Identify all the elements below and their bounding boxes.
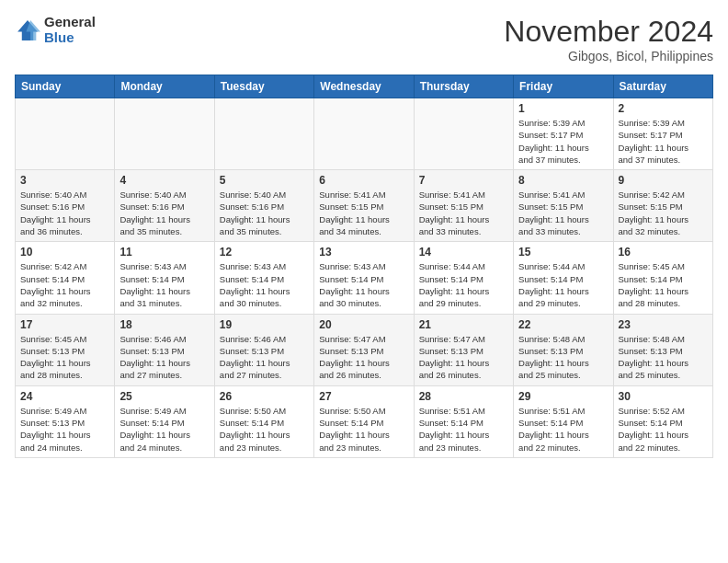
day-info: Sunrise: 5:47 AM Sunset: 5:13 PM Dayligh… (419, 333, 508, 382)
calendar-cell: 14Sunrise: 5:44 AM Sunset: 5:14 PM Dayli… (414, 242, 513, 314)
day-info: Sunrise: 5:39 AM Sunset: 5:17 PM Dayligh… (619, 117, 708, 166)
calendar-week-1: 1Sunrise: 5:39 AM Sunset: 5:17 PM Daylig… (16, 98, 713, 170)
title-block: November 2024 Gibgos, Bicol, Philippines (504, 15, 713, 63)
day-number: 13 (319, 246, 408, 259)
day-number: 18 (119, 318, 209, 331)
calendar-cell: 12Sunrise: 5:43 AM Sunset: 5:14 PM Dayli… (214, 242, 313, 314)
calendar-week-2: 3Sunrise: 5:40 AM Sunset: 5:16 PM Daylig… (16, 170, 713, 242)
location-label: Gibgos, Bicol, Philippines (504, 49, 713, 63)
weekday-header-tuesday: Tuesday (214, 75, 313, 98)
day-number: 9 (619, 174, 708, 187)
calendar-cell: 17Sunrise: 5:45 AM Sunset: 5:13 PM Dayli… (16, 314, 115, 385)
page-header: General Blue November 2024 Gibgos, Bicol… (15, 15, 713, 63)
calendar-cell: 13Sunrise: 5:43 AM Sunset: 5:14 PM Dayli… (314, 242, 414, 314)
day-number: 1 (518, 102, 608, 115)
day-info: Sunrise: 5:43 AM Sunset: 5:14 PM Dayligh… (119, 260, 209, 309)
calendar-cell: 18Sunrise: 5:46 AM Sunset: 5:13 PM Dayli… (115, 314, 214, 385)
calendar-cell: 7Sunrise: 5:41 AM Sunset: 5:15 PM Daylig… (414, 170, 513, 242)
day-info: Sunrise: 5:40 AM Sunset: 5:16 PM Dayligh… (119, 189, 209, 237)
day-number: 20 (319, 318, 408, 331)
calendar-cell: 1Sunrise: 5:39 AM Sunset: 5:17 PM Daylig… (514, 98, 613, 170)
day-info: Sunrise: 5:40 AM Sunset: 5:16 PM Dayligh… (220, 189, 309, 237)
day-info: Sunrise: 5:51 AM Sunset: 5:14 PM Dayligh… (419, 405, 508, 454)
calendar-cell: 25Sunrise: 5:49 AM Sunset: 5:14 PM Dayli… (115, 385, 214, 457)
calendar-cell: 6Sunrise: 5:41 AM Sunset: 5:15 PM Daylig… (314, 170, 414, 242)
logo-blue-label: Blue (44, 30, 96, 46)
day-number: 10 (20, 246, 109, 259)
day-info: Sunrise: 5:44 AM Sunset: 5:14 PM Dayligh… (419, 260, 508, 309)
day-info: Sunrise: 5:42 AM Sunset: 5:14 PM Dayligh… (20, 260, 109, 309)
calendar-week-4: 17Sunrise: 5:45 AM Sunset: 5:13 PM Dayli… (16, 314, 713, 385)
calendar-cell: 22Sunrise: 5:48 AM Sunset: 5:13 PM Dayli… (514, 314, 613, 385)
calendar-cell: 27Sunrise: 5:50 AM Sunset: 5:14 PM Dayli… (314, 385, 414, 457)
calendar-cell: 26Sunrise: 5:50 AM Sunset: 5:14 PM Dayli… (214, 385, 313, 457)
month-title: November 2024 (504, 15, 713, 49)
calendar-cell: 24Sunrise: 5:49 AM Sunset: 5:13 PM Dayli… (16, 385, 115, 457)
day-number: 5 (220, 174, 309, 187)
calendar-cell: 29Sunrise: 5:51 AM Sunset: 5:14 PM Dayli… (514, 385, 613, 457)
weekday-header-thursday: Thursday (414, 75, 513, 98)
day-info: Sunrise: 5:46 AM Sunset: 5:13 PM Dayligh… (220, 333, 309, 382)
calendar-cell: 4Sunrise: 5:40 AM Sunset: 5:16 PM Daylig… (115, 170, 214, 242)
day-info: Sunrise: 5:48 AM Sunset: 5:13 PM Dayligh… (518, 333, 608, 382)
calendar-cell: 19Sunrise: 5:46 AM Sunset: 5:13 PM Dayli… (214, 314, 313, 385)
day-number: 25 (119, 390, 209, 403)
calendar-cell: 16Sunrise: 5:45 AM Sunset: 5:14 PM Dayli… (613, 242, 712, 314)
day-number: 11 (119, 246, 209, 259)
calendar-cell: 20Sunrise: 5:47 AM Sunset: 5:13 PM Dayli… (314, 314, 414, 385)
calendar-cell: 5Sunrise: 5:40 AM Sunset: 5:16 PM Daylig… (214, 170, 313, 242)
calendar-week-5: 24Sunrise: 5:49 AM Sunset: 5:13 PM Dayli… (16, 385, 713, 457)
day-number: 24 (20, 390, 109, 403)
calendar-cell (414, 98, 513, 170)
logo-icon (15, 17, 40, 43)
day-info: Sunrise: 5:40 AM Sunset: 5:16 PM Dayligh… (20, 189, 109, 237)
day-info: Sunrise: 5:47 AM Sunset: 5:13 PM Dayligh… (319, 333, 408, 382)
calendar-table: SundayMondayTuesdayWednesdayThursdayFrid… (15, 75, 713, 458)
day-number: 30 (619, 390, 708, 403)
day-info: Sunrise: 5:43 AM Sunset: 5:14 PM Dayligh… (220, 260, 309, 309)
day-info: Sunrise: 5:41 AM Sunset: 5:15 PM Dayligh… (419, 189, 508, 237)
weekday-header-row: SundayMondayTuesdayWednesdayThursdayFrid… (16, 75, 713, 98)
calendar-cell (16, 98, 115, 170)
day-number: 17 (20, 318, 109, 331)
day-number: 15 (518, 246, 608, 259)
day-info: Sunrise: 5:42 AM Sunset: 5:15 PM Dayligh… (619, 189, 708, 237)
day-info: Sunrise: 5:41 AM Sunset: 5:15 PM Dayligh… (518, 189, 608, 237)
day-number: 21 (419, 318, 508, 331)
calendar-cell: 11Sunrise: 5:43 AM Sunset: 5:14 PM Dayli… (115, 242, 214, 314)
calendar-cell: 28Sunrise: 5:51 AM Sunset: 5:14 PM Dayli… (414, 385, 513, 457)
day-number: 16 (619, 246, 708, 259)
day-info: Sunrise: 5:49 AM Sunset: 5:14 PM Dayligh… (119, 405, 209, 454)
day-info: Sunrise: 5:49 AM Sunset: 5:13 PM Dayligh… (20, 405, 109, 454)
day-info: Sunrise: 5:43 AM Sunset: 5:14 PM Dayligh… (319, 260, 408, 309)
day-info: Sunrise: 5:50 AM Sunset: 5:14 PM Dayligh… (220, 405, 309, 454)
day-number: 12 (220, 246, 309, 259)
logo: General Blue (15, 15, 96, 45)
calendar-cell: 3Sunrise: 5:40 AM Sunset: 5:16 PM Daylig… (16, 170, 115, 242)
day-info: Sunrise: 5:45 AM Sunset: 5:13 PM Dayligh… (20, 333, 109, 382)
calendar-cell (314, 98, 414, 170)
day-number: 4 (119, 174, 209, 187)
day-number: 19 (220, 318, 309, 331)
day-number: 2 (619, 102, 708, 115)
day-number: 22 (518, 318, 608, 331)
day-number: 7 (419, 174, 508, 187)
day-number: 8 (518, 174, 608, 187)
day-info: Sunrise: 5:52 AM Sunset: 5:14 PM Dayligh… (619, 405, 708, 454)
day-info: Sunrise: 5:48 AM Sunset: 5:13 PM Dayligh… (619, 333, 708, 382)
weekday-header-saturday: Saturday (613, 75, 712, 98)
weekday-header-wednesday: Wednesday (314, 75, 414, 98)
logo-general-label: General (44, 15, 96, 30)
calendar-cell (115, 98, 214, 170)
day-number: 23 (619, 318, 708, 331)
calendar-cell (214, 98, 313, 170)
calendar-cell: 9Sunrise: 5:42 AM Sunset: 5:15 PM Daylig… (613, 170, 712, 242)
day-number: 29 (518, 390, 608, 403)
day-number: 3 (20, 174, 109, 187)
calendar-cell: 8Sunrise: 5:41 AM Sunset: 5:15 PM Daylig… (514, 170, 613, 242)
day-info: Sunrise: 5:45 AM Sunset: 5:14 PM Dayligh… (619, 260, 708, 309)
calendar-cell: 21Sunrise: 5:47 AM Sunset: 5:13 PM Dayli… (414, 314, 513, 385)
day-number: 28 (419, 390, 508, 403)
weekday-header-monday: Monday (115, 75, 214, 98)
day-info: Sunrise: 5:41 AM Sunset: 5:15 PM Dayligh… (319, 189, 408, 237)
